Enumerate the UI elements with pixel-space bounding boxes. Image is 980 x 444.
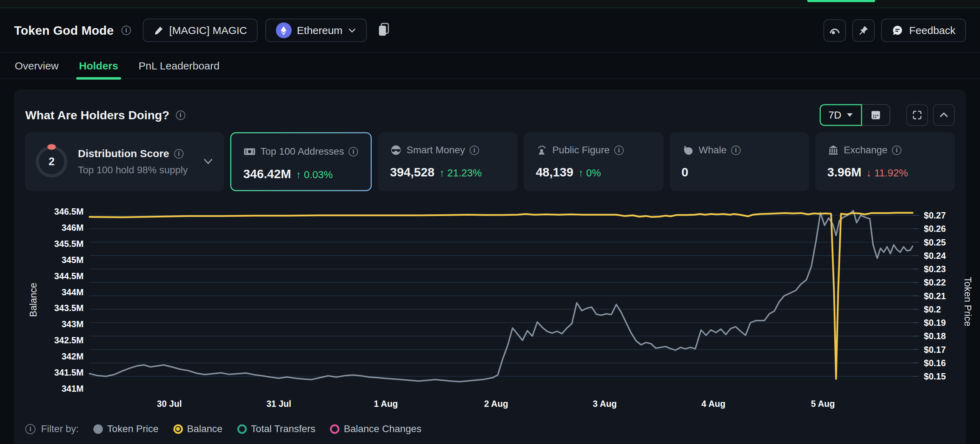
info-icon[interactable] [348, 147, 358, 156]
svg-text:$0.16: $0.16 [924, 358, 946, 368]
tab-pnl-leaderboard[interactable]: PnL Leaderboard [138, 53, 220, 79]
svg-text:345M: 345M [61, 255, 84, 265]
svg-text:$0.21: $0.21 [924, 291, 946, 301]
svg-text:$0.18: $0.18 [924, 331, 946, 341]
svg-text:$0.25: $0.25 [924, 238, 946, 247]
chart-filter-bar: Filter by: Token Price Balance Total Tra… [25, 423, 422, 434]
svg-text:343M: 343M [61, 319, 84, 329]
svg-text:342M: 342M [61, 351, 84, 361]
stat-card-value: 346.42M [243, 167, 291, 181]
chain-selector[interactable]: Ethereum [266, 19, 367, 42]
token-price-swatch [93, 424, 103, 434]
time-range-dropdown[interactable]: 7D [819, 104, 862, 126]
time-range-value: 7D [828, 109, 842, 121]
info-icon[interactable] [174, 149, 184, 159]
edit-pencil-icon [153, 25, 164, 36]
total-transfers-swatch [237, 424, 247, 434]
token-god-mode-page: Token God Mode [MAGIC] MAGIC Ethereum [0, 0, 980, 444]
info-icon[interactable] [176, 111, 185, 120]
stat-card-value: 48,139 [536, 165, 573, 179]
feedback-button[interactable]: Feedback [881, 19, 966, 42]
distribution-score-value: 2 [48, 155, 54, 168]
svg-text:Balance: Balance [28, 283, 38, 317]
active-tab-underline [76, 77, 121, 79]
svg-text:$0.2: $0.2 [924, 304, 941, 314]
stat-card-label: Top 100 Addresses [261, 146, 344, 157]
token-select-button[interactable]: [MAGIC] MAGIC [143, 19, 258, 42]
svg-text:31 Jul: 31 Jul [266, 399, 291, 409]
svg-text:Token Price: Token Price [963, 277, 973, 326]
panel-header: What Are Holders Doing? 7D [25, 104, 955, 126]
info-icon[interactable] [892, 146, 901, 155]
calendar-button[interactable] [862, 104, 890, 126]
info-icon[interactable] [121, 25, 131, 35]
stat-cards-row: 2 Distribution Score Top 100 hold 98% su… [25, 132, 958, 191]
info-icon[interactable] [25, 424, 35, 434]
page-title: Token God Mode [14, 24, 114, 38]
svg-text:4 Aug: 4 Aug [701, 399, 725, 409]
fullscreen-button[interactable] [906, 104, 928, 126]
tab-bar: Overview Holders PnL Leaderboard [0, 53, 980, 79]
svg-text:$0.24: $0.24 [924, 251, 946, 260]
watchlist-eye-icon[interactable] [824, 19, 846, 42]
holders-balance-price-chart[interactable]: $0.27$0.26$0.25$0.24$0.23$0.22$0.21$0.2$… [0, 197, 980, 417]
stat-card-change: ↑ 21.23% [439, 167, 482, 179]
svg-text:$0.26: $0.26 [924, 224, 946, 233]
svg-text:5 Aug: 5 Aug [811, 399, 835, 409]
distribution-score-label: Distribution Score [78, 147, 169, 160]
token-button-label: [MAGIC] MAGIC [169, 25, 247, 36]
stat-card-label: Smart Money [406, 144, 465, 156]
info-icon[interactable] [731, 146, 741, 155]
distribution-score-gauge: 2 [36, 146, 67, 178]
svg-text:344.5M: 344.5M [54, 271, 84, 281]
ethereum-logo-icon [276, 22, 292, 38]
caret-down-icon [846, 113, 853, 117]
svg-text:341M: 341M [61, 384, 84, 393]
fullscreen-icon [912, 109, 923, 121]
public-figure-icon [536, 144, 547, 156]
legend-balance-changes[interactable]: Balance Changes [330, 423, 421, 434]
stat-card-value: 394,528 [390, 165, 434, 179]
info-icon[interactable] [614, 146, 624, 155]
exchange-icon [827, 144, 839, 156]
banknote-icon [243, 145, 256, 158]
info-icon[interactable] [469, 146, 479, 155]
legend-total-transfers[interactable]: Total Transfers [237, 423, 315, 434]
svg-text:346.5M: 346.5M [54, 206, 84, 216]
top-progress-segment [807, 0, 875, 2]
stat-card-whale[interactable]: Whale 0 [670, 132, 809, 191]
copy-icon[interactable] [377, 22, 391, 39]
tab-holders[interactable]: Holders [79, 53, 118, 79]
smart-money-icon [390, 144, 402, 156]
gauge-alert-dot [48, 144, 56, 150]
stat-card-public-figure[interactable]: Public Figure 48,139 ↑ 0% [524, 132, 663, 191]
svg-text:30 Jul: 30 Jul [157, 399, 182, 409]
pin-icon[interactable] [852, 19, 875, 42]
svg-text:341.5M: 341.5M [54, 368, 84, 377]
top-strip [0, 0, 980, 8]
svg-text:1 Aug: 1 Aug [374, 399, 398, 409]
time-range-group: 7D [819, 104, 890, 126]
svg-text:$0.15: $0.15 [924, 371, 946, 381]
distribution-score-card[interactable]: 2 Distribution Score Top 100 hold 98% su… [25, 132, 224, 191]
svg-text:$0.23: $0.23 [924, 264, 946, 274]
legend-balance[interactable]: Balance [173, 423, 223, 434]
stat-card-value: 3.96M [827, 165, 861, 179]
stat-card-exchange[interactable]: Exchange 3.96M ↓ 11.92% [815, 132, 955, 191]
chain-selector-label: Ethereum [297, 25, 342, 36]
tab-overview[interactable]: Overview [15, 53, 59, 79]
chevron-down-icon [348, 28, 356, 33]
chevron-down-icon[interactable] [203, 158, 213, 165]
stat-card-label: Public Figure [552, 144, 609, 156]
calendar-icon [870, 109, 882, 121]
legend-token-price[interactable]: Token Price [93, 423, 158, 434]
svg-text:346M: 346M [61, 223, 84, 233]
app-header: Token God Mode [MAGIC] MAGIC Ethereum [0, 8, 980, 52]
collapse-button[interactable] [933, 104, 955, 126]
svg-text:$0.27: $0.27 [924, 211, 946, 220]
svg-text:343.5M: 343.5M [54, 303, 84, 313]
stat-card-smart-money[interactable]: Smart Money 394,528 ↑ 21.23% [378, 132, 517, 191]
stat-card-value: 0 [682, 165, 688, 179]
stat-card-top-100-addresses[interactable]: Top 100 Addresses 346.42M ↑ 0.03% [230, 132, 372, 191]
balance-radio-swatch [173, 424, 183, 434]
